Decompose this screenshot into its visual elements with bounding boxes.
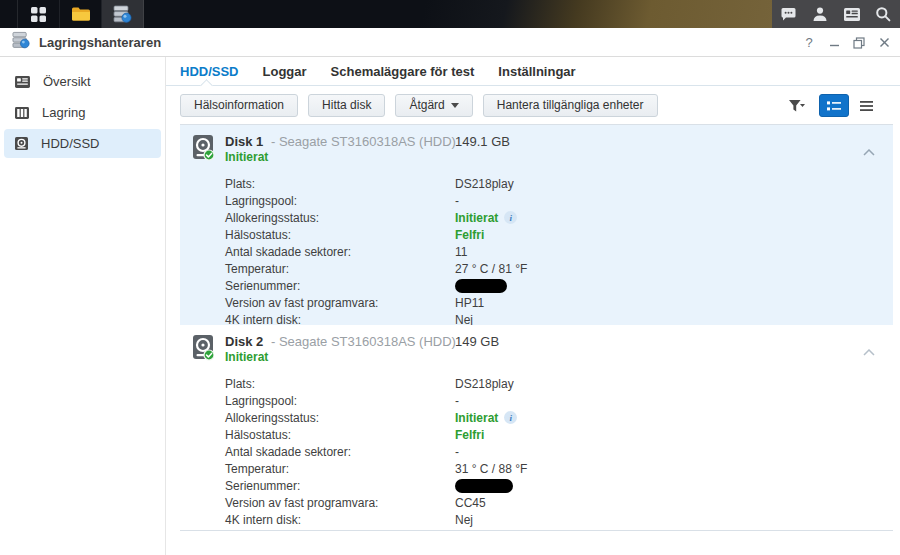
- window-body: Översikt Lagring HDD/SSD: [0, 57, 900, 555]
- disk-header: Disk 2 - Seagate ST3160318AS (HDD) Initi…: [180, 334, 893, 365]
- field-row: Hälsostatus: Felfri: [180, 426, 893, 443]
- field-row: Version av fast programvara: CC45: [180, 494, 893, 511]
- window-controls: ?: [801, 28, 892, 57]
- field-label: Serienummer:: [225, 279, 455, 293]
- field-label: Lagringspool:: [225, 194, 455, 208]
- main-menu-button[interactable]: [18, 0, 60, 28]
- collapse-button[interactable]: [863, 342, 875, 360]
- field-row: 4K intern disk: Nej: [180, 511, 893, 528]
- field-label: Allokeringsstatus:: [225, 411, 455, 425]
- sidebar-item-lagring[interactable]: Lagring: [4, 98, 161, 127]
- toolbar: Hälsoinformation Hitta disk Åtgärd Hante…: [166, 86, 900, 124]
- field-label: Hälsostatus:: [225, 228, 455, 242]
- field-row: Temperatur: 27 ° C / 81 °F: [180, 260, 893, 277]
- field-value: DS218play: [455, 177, 514, 191]
- field-row: Serienummer:: [180, 277, 893, 294]
- disk-status: Initierat: [225, 149, 456, 165]
- field-value: HP11: [455, 296, 484, 310]
- disk-model: - Seagate ST3160318AS (HDD): [271, 134, 456, 149]
- field-row: Antal skadade sektorer: -: [180, 443, 893, 460]
- screen: Lagringshanteraren ?: [0, 0, 900, 555]
- disk-size: 149 GB: [455, 334, 499, 349]
- help-button[interactable]: ?: [801, 34, 817, 52]
- disk-fields: Plats: DS218play Lagringspool: - Alloker…: [180, 175, 893, 328]
- field-value: -: [455, 194, 459, 208]
- field-label: Version av fast programvara:: [225, 496, 455, 510]
- field-value: Initierat: [455, 211, 498, 225]
- field-row: Temperatur: 31 ° C / 88 °F: [180, 460, 893, 477]
- storage-manager-icon: [113, 5, 132, 23]
- storage-manager-taskbar-button[interactable]: [102, 0, 144, 28]
- field-row: Serienummer:: [180, 477, 893, 494]
- hdd-icon: [192, 134, 214, 161]
- compact-view-button[interactable]: [853, 94, 879, 117]
- tab-loggar[interactable]: Loggar: [263, 64, 307, 79]
- field-label: 4K intern disk:: [225, 513, 455, 527]
- field-label: Antal skadade sektorer:: [225, 245, 455, 259]
- redacted-serial-number: [455, 279, 507, 293]
- field-label: Temperatur:: [225, 262, 455, 276]
- minimize-icon: [829, 37, 840, 48]
- health-info-button[interactable]: Hälsoinformation: [180, 94, 298, 117]
- show-desktop-strip[interactable]: [0, 0, 18, 28]
- disk-list: Disk 1 - Seagate ST3160318AS (HDD) Initi…: [180, 124, 893, 531]
- disk-header-text: Disk 1 - Seagate ST3160318AS (HDD) Initi…: [225, 134, 456, 165]
- sidebar-item-label: HDD/SSD: [41, 136, 100, 151]
- tab-schemalaggare[interactable]: Schemaläggare för test: [331, 64, 475, 79]
- sidebar-item-hdd-ssd[interactable]: HDD/SSD: [4, 129, 161, 158]
- window-titlebar[interactable]: Lagringshanteraren ?: [0, 28, 900, 57]
- file-station-button[interactable]: [60, 0, 102, 28]
- hamburger-icon: [859, 100, 874, 112]
- close-button[interactable]: [876, 34, 892, 52]
- folder-icon: [71, 6, 91, 22]
- field-label: Serienummer:: [225, 479, 455, 493]
- collapse-button[interactable]: [863, 142, 875, 160]
- button-label: Hälsoinformation: [194, 98, 284, 112]
- notifications-button[interactable]: [774, 0, 804, 28]
- search-button[interactable]: [868, 0, 898, 28]
- disk-status: Initierat: [225, 349, 456, 365]
- field-label: Allokeringsstatus:: [225, 211, 455, 225]
- user-options-button[interactable]: [805, 0, 835, 28]
- chevron-up-icon: [863, 349, 875, 356]
- info-icon[interactable]: i: [504, 411, 517, 424]
- field-label: Temperatur:: [225, 462, 455, 476]
- button-label: Hitta disk: [322, 98, 371, 112]
- detail-view-button[interactable]: [819, 94, 849, 117]
- field-row: Allokeringsstatus: Initierat i: [180, 409, 893, 426]
- info-icon[interactable]: i: [504, 211, 517, 224]
- button-label: Hantera tillgängliga enheter: [497, 98, 644, 112]
- field-label: Antal skadade sektorer:: [225, 445, 455, 459]
- tab-installningar[interactable]: Inställningar: [498, 64, 575, 79]
- button-label: Åtgärd: [409, 98, 444, 112]
- find-disk-button[interactable]: Hitta disk: [308, 94, 385, 117]
- hdd-icon: [192, 334, 214, 361]
- field-value: DS218play: [455, 377, 514, 391]
- field-row: Plats: DS218play: [180, 375, 893, 392]
- sidebar-item-label: Översikt: [43, 74, 91, 89]
- restore-icon: [853, 37, 865, 49]
- restore-button[interactable]: [851, 34, 867, 52]
- sidebar-item-oversikt[interactable]: Översikt: [4, 67, 161, 96]
- storage-manager-app-icon: [12, 31, 30, 53]
- main-content: HDD/SSD Loggar Schemaläggare för test In…: [166, 57, 900, 555]
- action-dropdown-button[interactable]: Åtgärd: [395, 94, 472, 117]
- field-row: Lagringspool: -: [180, 192, 893, 209]
- disk-panel-2[interactable]: Disk 2 - Seagate ST3160318AS (HDD) Initi…: [180, 325, 893, 530]
- disk-panel-1[interactable]: Disk 1 - Seagate ST3160318AS (HDD) Initi…: [180, 125, 893, 325]
- field-value: CC45: [455, 496, 486, 510]
- field-label: Lagringspool:: [225, 394, 455, 408]
- pilot-view-button[interactable]: [837, 0, 867, 28]
- grid-icon: [30, 6, 47, 23]
- filter-icon: [788, 99, 805, 113]
- field-label: Plats:: [225, 177, 455, 191]
- filter-button[interactable]: [783, 94, 809, 117]
- field-label: Hälsostatus:: [225, 428, 455, 442]
- field-row: Hälsostatus: Felfri: [180, 226, 893, 243]
- manage-available-devices-button[interactable]: Hantera tillgängliga enheter: [483, 94, 658, 117]
- chat-icon: [780, 7, 797, 22]
- tab-hdd-ssd[interactable]: HDD/SSD: [180, 64, 239, 79]
- field-label: Plats:: [225, 377, 455, 391]
- minimize-button[interactable]: [826, 34, 842, 52]
- field-value: Initierat: [455, 411, 498, 425]
